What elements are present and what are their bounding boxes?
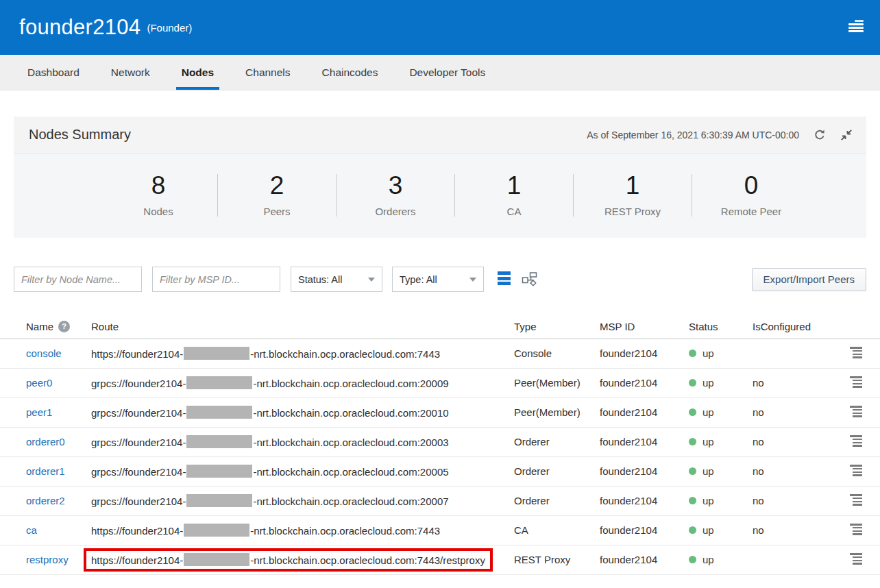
redaction-box	[186, 435, 252, 448]
tab-bar: Dashboard Network Nodes Channels Chainco…	[0, 55, 880, 90]
node-link[interactable]: peer0	[26, 377, 91, 389]
row-menu-icon[interactable]	[850, 524, 862, 537]
node-route: grpcs://founder2104--nrt.blockchain.ocp.…	[91, 406, 514, 419]
node-route: grpcs://founder2104--nrt.blockchain.ocp.…	[91, 376, 514, 389]
filter-bar: Status: All Type: All Export/Import Peer…	[14, 267, 866, 293]
table-row: orderer1 grpcs://founder2104--nrt.blockc…	[0, 457, 880, 487]
node-name-filter-input[interactable]	[14, 267, 142, 292]
stat-orderers: 3 Orderers	[337, 171, 454, 217]
chevron-down-icon	[368, 278, 375, 282]
node-link[interactable]: orderer0	[26, 436, 91, 448]
status-badge: up	[689, 347, 753, 359]
row-menu-icon[interactable]	[850, 465, 862, 478]
status-up-dot	[689, 556, 696, 563]
status-filter-dropdown[interactable]: Status: All	[291, 267, 382, 292]
stat-ca: 1 CA	[455, 171, 573, 217]
table-row: peer1 grpcs://founder2104--nrt.blockchai…	[0, 398, 880, 428]
row-menu-icon[interactable]	[850, 406, 862, 419]
status-badge: up	[689, 554, 753, 565]
node-link[interactable]: orderer2	[26, 495, 91, 506]
panel-title: Nodes Summary	[29, 127, 131, 143]
tab-channels[interactable]: Channels	[244, 55, 292, 90]
row-menu-icon[interactable]	[850, 435, 862, 448]
redaction-box	[186, 494, 252, 507]
tab-developer-tools[interactable]: Developer Tools	[408, 55, 487, 90]
table-row: console https://founder2104--nrt.blockch…	[0, 339, 880, 369]
status-badge: up	[689, 495, 753, 506]
node-route: grpcs://founder2104--nrt.blockchain.ocp.…	[91, 494, 514, 507]
status-up-dot	[689, 497, 696, 504]
node-link[interactable]: peer1	[26, 406, 91, 418]
help-icon[interactable]: ?	[58, 321, 70, 332]
table-row: orderer0 grpcs://founder2104--nrt.blockc…	[0, 428, 880, 457]
tab-chaincodes[interactable]: Chaincodes	[321, 55, 380, 90]
collapse-icon[interactable]	[840, 129, 853, 141]
redaction-box	[186, 465, 252, 478]
node-route: grpcs://founder2104--nrt.blockchain.ocp.…	[91, 435, 514, 448]
redaction-box	[186, 376, 252, 389]
tab-dashboard[interactable]: Dashboard	[26, 55, 81, 90]
redaction-box	[184, 524, 249, 537]
stat-nodes: 8 Nodes	[99, 171, 217, 217]
msp-id-filter-input[interactable]	[152, 267, 280, 292]
type-filter-dropdown[interactable]: Type: All	[392, 267, 484, 292]
node-route-highlighted: https://founder2104--nrt.blockchain.ocp.…	[91, 548, 514, 572]
row-menu-icon[interactable]	[850, 376, 862, 389]
status-up-dot	[689, 379, 696, 387]
status-up-dot	[689, 467, 696, 475]
nodes-summary-panel: Nodes Summary As of September 16, 2021 6…	[14, 117, 866, 238]
refresh-icon[interactable]	[813, 128, 827, 142]
node-route: https://founder2104--nrt.blockchain.ocp.…	[91, 524, 514, 537]
table-row: peer0 grpcs://founder2104--nrt.blockchai…	[0, 369, 880, 398]
status-badge: up	[689, 377, 753, 389]
chevron-down-icon	[469, 278, 476, 282]
redaction-box	[186, 406, 252, 419]
status-badge: up	[689, 436, 753, 448]
row-menu-icon[interactable]	[850, 347, 862, 360]
tab-network[interactable]: Network	[110, 55, 151, 90]
app-title: founder2104	[19, 15, 140, 40]
status-badge: up	[689, 406, 753, 418]
status-up-dot	[689, 350, 696, 357]
app-subtitle: (Founder)	[147, 22, 192, 34]
stat-rest-proxy: 1 REST Proxy	[574, 171, 692, 217]
list-view-icon[interactable]	[498, 271, 511, 287]
stat-peers: 2 Peers	[218, 171, 336, 217]
status-up-dot	[689, 408, 696, 416]
node-link[interactable]: ca	[26, 524, 91, 536]
table-row-restproxy: restproxy https://founder2104--nrt.block…	[0, 546, 880, 575]
status-up-dot	[689, 526, 696, 534]
row-menu-icon[interactable]	[850, 553, 862, 566]
table-row: ca https://founder2104--nrt.blockchain.o…	[0, 516, 880, 546]
table-header: Name ? Route Type MSP ID Status IsConfig…	[0, 315, 880, 339]
node-link[interactable]: console	[26, 347, 91, 359]
tab-nodes[interactable]: Nodes	[180, 55, 215, 90]
nodes-table: Name ? Route Type MSP ID Status IsConfig…	[0, 315, 880, 575]
app-header: founder2104 (Founder)	[0, 0, 880, 55]
node-route: https://founder2104--nrt.blockchain.ocp.…	[91, 347, 514, 360]
nodes-summary-header: Nodes Summary As of September 16, 2021 6…	[14, 117, 866, 154]
navigation-menu-icon[interactable]	[847, 20, 864, 34]
stat-remote-peer: 0 Remote Peer	[692, 171, 810, 217]
node-route: grpcs://founder2104--nrt.blockchain.ocp.…	[91, 465, 514, 478]
export-import-peers-button[interactable]: Export/Import Peers	[752, 268, 866, 291]
as-of-timestamp: As of September 16, 2021 6:30:39 AM UTC-…	[587, 130, 799, 140]
red-highlight-box: https://founder2104--nrt.blockchain.ocp.…	[84, 548, 493, 572]
table-row: orderer2 grpcs://founder2104--nrt.blockc…	[0, 487, 880, 516]
status-badge: up	[689, 465, 753, 477]
node-link[interactable]: restproxy	[26, 554, 91, 565]
redaction-box	[184, 553, 249, 566]
row-menu-icon[interactable]	[850, 494, 862, 507]
status-up-dot	[689, 438, 696, 445]
topology-view-icon[interactable]	[522, 271, 537, 287]
summary-stats: 8 Nodes 2 Peers 3 Orderers 1 CA 1 REST P…	[14, 154, 866, 238]
redaction-box	[184, 347, 249, 360]
node-link[interactable]: orderer1	[26, 465, 91, 477]
status-badge: up	[689, 524, 753, 536]
